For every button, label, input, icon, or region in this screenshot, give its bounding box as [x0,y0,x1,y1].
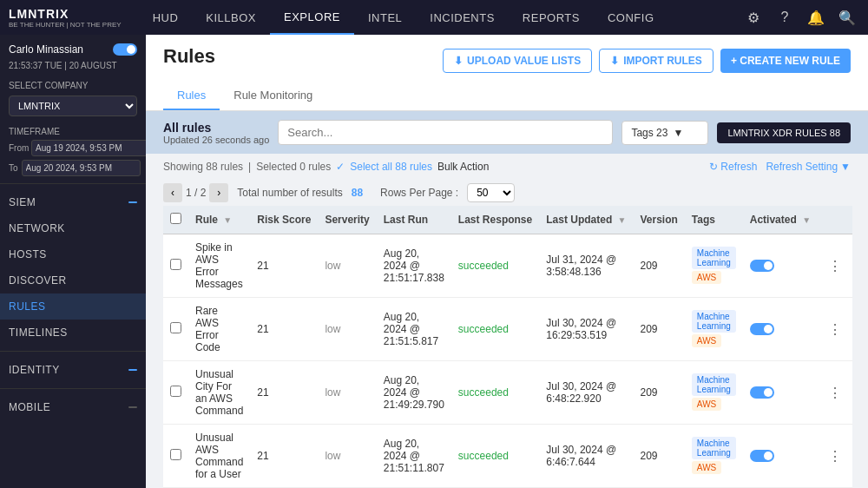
total-results-count: 88 [352,187,363,199]
select-all-link[interactable]: Select all 88 rules [350,161,432,173]
row-checkbox[interactable] [170,386,181,397]
header-last-run-label: Last Run [384,214,428,226]
tab-rules[interactable]: Rules [163,82,220,110]
row-toggle[interactable] [750,323,774,335]
to-input[interactable] [22,160,141,176]
select-company-label: SELECT COMPANY [0,77,146,92]
row-last-updated: Jul 30, 2024 @ 16:29:53.519 [539,298,633,361]
nav-hud[interactable]: HUD [139,0,193,35]
sidebar-item-label-discover: DISCOVER [9,274,67,287]
header-risk-score[interactable]: Risk Score [250,206,318,234]
nav-intel[interactable]: INTEL [354,0,416,35]
help-icon[interactable]: ? [773,5,797,30]
header-severity: Serverity [318,206,376,234]
notifications-icon[interactable]: 🔔 [804,5,828,30]
bulk-action-button[interactable]: Bulk Action [437,161,489,173]
row-toggle[interactable] [750,386,774,399]
row-tags: Machine LearningAWS [685,425,743,488]
nav-incidents[interactable]: INCIDENTS [416,0,509,35]
row-checkbox-cell [163,234,188,298]
row-last-response: succeeded [451,361,539,425]
row-more-button[interactable]: ⋮ [825,320,845,340]
row-last-updated: Jul 30, 2024 @ 6:48:22.920 [539,361,633,425]
from-input[interactable] [31,140,146,156]
sidebar-badge-identity [128,369,137,371]
header-activated[interactable]: Activated ▼ [743,206,818,234]
nav-items: HUD KILLBOX EXPLORE INTEL INCIDENTS REPO… [139,0,668,35]
tab-rule-monitoring[interactable]: Rule Monitoring [220,82,326,110]
sidebar-item-discover[interactable]: DISCOVER [0,267,146,293]
page-title: Rules [163,45,215,68]
row-more-actions: ⋮ [818,361,852,425]
sidebar-item-label-hosts: HOSTS [9,248,47,260]
sidebar-item-mobile[interactable]: MOBILE [0,394,146,420]
table-controls-left: Showing 88 rules | Selected 0 rules ✓ Se… [163,161,700,173]
select-all-checkbox[interactable] [170,213,181,224]
prev-page-button[interactable]: ‹ [163,183,182,202]
check-icon: ✓ [336,161,345,173]
row-more-actions: ⋮ [818,234,852,298]
nav-config[interactable]: CONFIG [594,0,668,35]
row-more-button[interactable]: ⋮ [825,446,845,466]
sidebar-item-timelines[interactable]: TIMELINES [0,320,146,346]
main-content: Rules ⬇ UPLOAD VALUE LISTS ⬇ IMPORT RULE… [146,35,868,488]
refresh-button[interactable]: ↻ Refresh [709,161,757,173]
search-input[interactable] [278,120,613,145]
row-severity: low [318,361,376,425]
row-last-response: succeeded [451,425,539,488]
header-last-run: Last Run [377,206,451,234]
header-last-updated[interactable]: Last Updated ▼ [539,206,633,234]
header-version-label: Version [640,214,677,226]
sidebar-badge-mobile [128,406,137,408]
refresh-label: Refresh [720,161,757,173]
tags-filter-button[interactable]: Tags 23 ▼ [621,121,708,145]
nav-reports[interactable]: REPORTS [509,0,594,35]
refresh-setting-label: Refresh Setting [766,161,838,173]
refresh-setting-button[interactable]: Refresh Setting ▼ [766,161,851,173]
last-updated-sort-icon: ▼ [618,215,627,225]
row-risk-score: 21 [250,234,318,298]
create-new-rule-button[interactable]: + CREATE NEW RULE [720,49,851,73]
row-checkbox[interactable] [170,322,181,333]
settings-icon[interactable]: ⚙ [741,5,766,30]
import-rules-button[interactable]: ⬇ IMPORT RULES [599,49,713,73]
search-icon[interactable]: 🔍 [835,5,859,30]
upload-value-lists-button[interactable]: ⬇ UPLOAD VALUE LISTS [443,49,592,73]
company-select[interactable]: LMNTRIX [9,96,137,116]
sidebar-item-identity[interactable]: IDENTITY [0,357,146,383]
row-rule-name: Unusual AWS Command for a User [188,425,250,488]
row-activated [743,425,818,488]
header-actions: ⬇ UPLOAD VALUE LISTS ⬇ IMPORT RULES + CR… [443,45,851,73]
sidebar-time: 21:53:37 TUE | 20 AUGUST [0,61,146,77]
row-toggle[interactable] [750,260,774,272]
row-checkbox[interactable] [170,449,181,460]
nav-explore[interactable]: EXPLORE [270,0,354,35]
sidebar-item-network[interactable]: NETWORK [0,215,146,241]
sidebar-item-siem[interactable]: SIEM [0,189,146,215]
logo-tagline: BE THE HUNTER | NOT THE PREY [9,21,122,29]
rows-per-page-select[interactable]: 10 25 50 100 [467,183,515,202]
table-row: Spike in AWS Error Messages 21 low Aug 2… [163,234,852,298]
table-body: Spike in AWS Error Messages 21 low Aug 2… [163,234,852,489]
showing-count: Showing 88 rules [163,161,243,173]
tags-label: Tags 23 [631,127,667,139]
sidebar-item-label-siem: SIEM [9,196,36,208]
to-label: To [9,163,18,173]
sidebar-item-label-identity: IDENTITY [9,364,60,376]
filter-bar: All rules Updated 26 seconds ago Tags 23… [146,111,868,154]
row-risk-score: 21 [250,425,318,488]
all-rules-info: All rules Updated 26 seconds ago [163,121,269,145]
next-page-button[interactable]: › [209,183,228,202]
page-info: 1 / 2 [186,187,206,199]
sidebar-item-rules[interactable]: RULES [0,293,146,320]
sidebar-item-hosts[interactable]: HOSTS [0,241,146,267]
user-toggle[interactable] [113,43,137,56]
row-rule-name: Unusual City For an AWS Command [188,361,250,425]
row-more-button[interactable]: ⋮ [825,383,845,403]
row-toggle[interactable] [750,450,774,462]
rules-count-button[interactable]: LMNTRIX XDR RULES 88 [717,122,851,143]
row-more-button[interactable]: ⋮ [825,256,845,276]
row-checkbox[interactable] [170,259,181,270]
header-rule[interactable]: Rule ▼ [188,206,250,234]
nav-killbox[interactable]: KILLBOX [192,0,270,35]
